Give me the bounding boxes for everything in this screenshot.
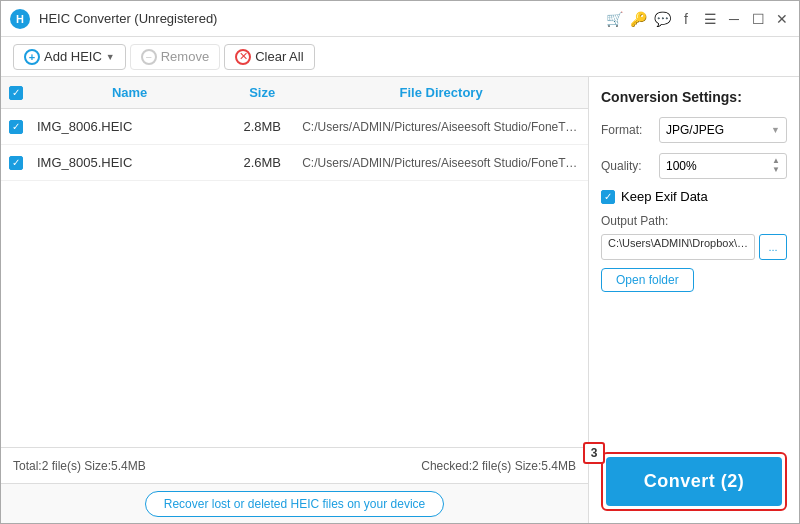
row-2-name: IMG_8005.HEIC — [37, 155, 222, 170]
app-title: HEIC Converter (Unregistered) — [39, 11, 605, 26]
menu-icon[interactable]: ☰ — [701, 10, 719, 28]
select-all-checkbox[interactable] — [9, 86, 23, 100]
header-directory: File Directory — [302, 85, 580, 100]
open-folder-label: Open folder — [616, 273, 679, 287]
row-1-directory: C:/Users/ADMIN/Pictures/Aiseesoft Studio… — [302, 120, 580, 134]
row-1-checkbox[interactable] — [9, 120, 23, 134]
maximize-icon[interactable]: ☐ — [749, 10, 767, 28]
main-content: Name Size File Directory IMG_8006.HEIC 2… — [1, 77, 799, 523]
settings-panel: Conversion Settings: Format: JPG/JPEG ▼ … — [589, 77, 799, 523]
convert-area: 3 Convert (2) — [601, 452, 787, 511]
row-2-size: 2.6MB — [222, 155, 302, 170]
output-path-row: C:\Users\ADMIN\Dropbox\PC\ ... — [601, 234, 787, 260]
header-size: Size — [222, 85, 302, 100]
add-heic-button[interactable]: + Add HEIC ▼ — [13, 44, 126, 70]
quality-down-arrow[interactable]: ▼ — [772, 166, 780, 175]
quality-setting-row: Quality: 100% ▲ ▼ — [601, 153, 787, 179]
clear-all-label: Clear All — [255, 49, 303, 64]
toolbar: + Add HEIC ▼ − Remove ✕ Clear All — [1, 37, 799, 77]
title-bar-icons: 🛒 🔑 💬 f ☰ ─ ☐ ✕ — [605, 10, 791, 28]
clear-icon: ✕ — [235, 49, 251, 65]
convert-button[interactable]: Convert (2) — [606, 457, 782, 506]
add-icon: + — [24, 49, 40, 65]
keep-exif-label: Keep Exif Data — [621, 189, 708, 204]
chat-icon[interactable]: 💬 — [653, 10, 671, 28]
convert-btn-wrapper: Convert (2) — [601, 452, 787, 511]
remove-label: Remove — [161, 49, 209, 64]
facebook-icon[interactable]: f — [677, 10, 695, 28]
total-status: Total:2 file(s) Size:5.4MB — [13, 459, 146, 473]
recover-button[interactable]: Recover lost or deleted HEIC files on yo… — [145, 491, 444, 517]
app-logo: H — [9, 8, 31, 30]
browse-button[interactable]: ... — [759, 234, 787, 260]
file-panel: Name Size File Directory IMG_8006.HEIC 2… — [1, 77, 589, 523]
output-path-label: Output Path: — [601, 214, 787, 228]
clear-all-button[interactable]: ✕ Clear All — [224, 44, 314, 70]
add-heic-label: Add HEIC — [44, 49, 102, 64]
quality-label: Quality: — [601, 159, 659, 173]
row-1-size: 2.8MB — [222, 119, 302, 134]
row-2-checkbox[interactable] — [9, 156, 23, 170]
key-icon[interactable]: 🔑 — [629, 10, 647, 28]
format-select[interactable]: JPG/JPEG ▼ — [659, 117, 787, 143]
keep-exif-row: Keep Exif Data — [601, 189, 787, 204]
table-row: IMG_8005.HEIC 2.6MB C:/Users/ADMIN/Pictu… — [1, 145, 588, 181]
format-dropdown-arrow: ▼ — [771, 125, 780, 135]
svg-text:H: H — [16, 13, 24, 25]
output-path-value: C:\Users\ADMIN\Dropbox\PC\ — [601, 234, 755, 260]
title-bar: H HEIC Converter (Unregistered) 🛒 🔑 💬 f … — [1, 1, 799, 37]
open-folder-button[interactable]: Open folder — [601, 268, 694, 292]
quality-value: 100% — [666, 159, 697, 173]
header-checkbox-cell — [9, 86, 37, 100]
keep-exif-checkbox[interactable] — [601, 190, 615, 204]
remove-icon: − — [141, 49, 157, 65]
row-2-checkbox-cell — [9, 156, 37, 170]
settings-title: Conversion Settings: — [601, 89, 787, 105]
format-value: JPG/JPEG — [666, 123, 724, 137]
table-body: IMG_8006.HEIC 2.8MB C:/Users/ADMIN/Pictu… — [1, 109, 588, 447]
close-icon[interactable]: ✕ — [773, 10, 791, 28]
row-1-name: IMG_8006.HEIC — [37, 119, 222, 134]
row-2-directory: C:/Users/ADMIN/Pictures/Aiseesoft Studio… — [302, 156, 580, 170]
step-badge: 3 — [583, 442, 605, 464]
checked-status: Checked:2 file(s) Size:5.4MB — [421, 459, 576, 473]
cart-icon[interactable]: 🛒 — [605, 10, 623, 28]
bottom-bar: Recover lost or deleted HEIC files on yo… — [1, 483, 588, 523]
browse-icon: ... — [768, 241, 777, 253]
quality-spinner[interactable]: ▲ ▼ — [772, 157, 780, 175]
header-name: Name — [37, 85, 222, 100]
remove-button[interactable]: − Remove — [130, 44, 220, 70]
minimize-icon[interactable]: ─ — [725, 10, 743, 28]
table-row: IMG_8006.HEIC 2.8MB C:/Users/ADMIN/Pictu… — [1, 109, 588, 145]
format-label: Format: — [601, 123, 659, 137]
table-header: Name Size File Directory — [1, 77, 588, 109]
quality-input[interactable]: 100% ▲ ▼ — [659, 153, 787, 179]
recover-label: Recover lost or deleted HEIC files on yo… — [164, 497, 425, 511]
add-heic-dropdown-arrow: ▼ — [106, 52, 115, 62]
row-1-checkbox-cell — [9, 120, 37, 134]
status-bar: Total:2 file(s) Size:5.4MB Checked:2 fil… — [1, 447, 588, 483]
format-setting-row: Format: JPG/JPEG ▼ — [601, 117, 787, 143]
